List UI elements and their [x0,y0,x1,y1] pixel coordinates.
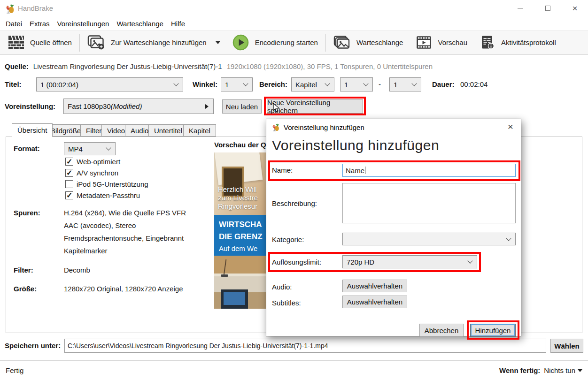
clapperboard-icon [8,36,24,49]
tab-uebersicht[interactable]: Übersicht [12,123,53,137]
checkbox-web-optimized[interactable] [65,158,73,166]
track-audio: AAC (avcodec), Stereo [64,221,136,229]
audio-label: Audio: [272,283,292,291]
activity-log-button[interactable]: Aktivitätsprotokoll [476,32,561,53]
save-as-label: Speichern unter: [5,339,61,353]
preview-button[interactable]: Vorschau [411,32,472,53]
dialog-close-button[interactable]: × [500,119,521,134]
tab-kapitel[interactable]: Kapitel [183,124,216,137]
dialog-title-bar: Voreinstellung hinzufügen [266,119,521,135]
preview-label: Vorschau [438,38,467,46]
add-to-queue-label: Zur Warteschlange hinzufügen [111,38,207,46]
slide-welcome-text: Herzlich Will zum Livestre Ringvorlesur [218,185,258,211]
dialog-heading: Voreinstellung hinzufügen [272,137,439,153]
menu-datei[interactable]: Datei [2,20,26,28]
preset-select[interactable]: Fast 1080p30 (Modified) [63,99,214,114]
open-source-button[interactable]: Quelle öffnen [4,32,77,53]
description-textarea[interactable] [342,183,516,223]
save-new-preset-button[interactable]: Neue Voreinstellung speichern [267,99,363,114]
dialog-title: Voreinstellung hinzufügen [284,123,364,131]
menu-voreinstellungen[interactable]: Voreinstellungen [54,20,113,28]
when-done-dropdown-icon[interactable] [578,369,582,372]
add-button[interactable]: Hinzufügen [470,324,516,337]
category-label: Kategorie: [272,236,304,243]
checkbox-av-sync[interactable] [65,169,73,177]
track-chapters: Kapitelmarker [64,247,108,255]
menu-extras[interactable]: Extras [26,20,54,28]
start-encode-button[interactable]: Encodierung starten [228,32,323,53]
status-text: Fertig [6,366,23,374]
close-button[interactable]: × [564,0,586,16]
subtitles-label: Subtitles: [272,299,301,307]
range-from-select[interactable]: 1 [340,77,373,91]
checkbox-web-optimized-label: Web-optimiert [77,158,120,166]
open-source-label: Quelle öffnen [30,38,72,46]
track-subtitle: Fremdsprachentonsuche, Eingebrannt [64,234,184,242]
track-video: H.264 (x264), Wie die Quelle FPS VFR [64,209,186,217]
range-type-select[interactable]: Kapitel [291,77,334,91]
close-icon: × [508,121,513,132]
title-label: Titel: [5,77,22,91]
angle-select[interactable]: 1 [221,77,253,91]
close-icon: × [572,4,577,13]
source-label: Quelle: [5,62,29,70]
preset-modified-flag: (Modified) [111,102,142,110]
resolution-limit-select[interactable]: 720p HD [342,255,477,268]
audio-selection-behaviour-button[interactable]: Auswahlverhalten [342,280,407,292]
source-name: Livestream Ringvorlesung Der Justus-Lieb… [33,62,222,70]
range-to-select[interactable]: 1 [389,77,421,91]
handbrake-logo-icon [5,4,15,14]
menu-hilfe[interactable]: Hilfe [167,20,189,28]
text-caret [365,167,365,174]
minimize-button[interactable] [510,0,531,16]
add-to-queue-button[interactable]: Zur Warteschlange hinzufügen [83,32,225,53]
when-done-select[interactable]: Nichts tun [544,366,575,374]
toolbar-divider [325,34,326,52]
queue-icon [333,36,350,50]
play-icon [232,34,249,51]
subtitles-selection-behaviour-button[interactable]: Auswahlverhalten [342,296,407,308]
source-details: 1920x1080 (1920x1080), 30 FPS, 1 Tonspur… [227,62,433,70]
checkbox-av-sync-label: A/V synchron [77,169,118,177]
activity-log-label: Aktivitätsprotokoll [501,38,556,46]
duration-label: Dauer: [432,77,455,91]
laptop [221,289,248,309]
add-preset-dialog: Voreinstellung hinzufügen × Voreinstellu… [266,119,521,336]
menu-warteschlange[interactable]: Warteschlange [113,20,167,28]
maximize-icon [545,6,550,11]
browse-button[interactable]: Wählen [550,339,583,353]
when-done-label: Wenn fertig: [499,366,540,374]
cancel-button[interactable]: Abbrechen [419,324,464,337]
menu-bar: Datei Extras Voreinstellungen Warteschla… [0,17,588,30]
status-bar: Fertig Wenn fertig: Nichts tun [0,360,588,380]
size-value: 1280x720 Original, 1280x720 Anzeige [64,285,183,293]
checkbox-metadata-passthru[interactable] [65,191,73,199]
maximize-button[interactable] [537,0,558,16]
tab-untertitel[interactable]: Untertitel [148,124,188,137]
filter-label: Filter: [14,266,33,274]
queue-button[interactable]: Warteschlange [329,32,408,53]
title-select[interactable]: 1 (00:02:04) [36,77,183,91]
checkbox-ipod-5g[interactable] [65,180,73,188]
category-select[interactable] [342,233,516,245]
name-label: Name: [272,166,293,174]
tracks-label: Spuren: [14,209,40,217]
microphone [224,259,227,275]
toolbar-divider [79,34,80,52]
title-bar: HandBrake × [0,0,588,17]
format-select[interactable]: MP4 [64,142,116,155]
resolution-limit-label: Auflösungslimit: [272,258,321,266]
window-title: HandBrake [18,4,53,12]
size-label: Größe: [14,285,37,293]
reload-preset-button[interactable]: Neu laden [222,99,262,114]
filter-value: Decomb [64,266,90,274]
checkbox-metadata-passthru-label: Metadaten-Passthru [77,191,140,200]
range-label: Bereich: [259,77,287,91]
handbrake-window: HandBrake × Datei Extras Voreinstellunge… [0,0,588,380]
destination-path-input[interactable]: C:\Users\user\Videos\Livestream Ringvorl… [64,339,546,353]
format-label: Format: [14,142,40,155]
start-encode-label: Encodierung starten [255,38,318,46]
add-to-queue-dropdown-icon[interactable] [216,41,220,44]
name-input[interactable]: Name [342,164,516,177]
microphone-base [221,274,228,277]
